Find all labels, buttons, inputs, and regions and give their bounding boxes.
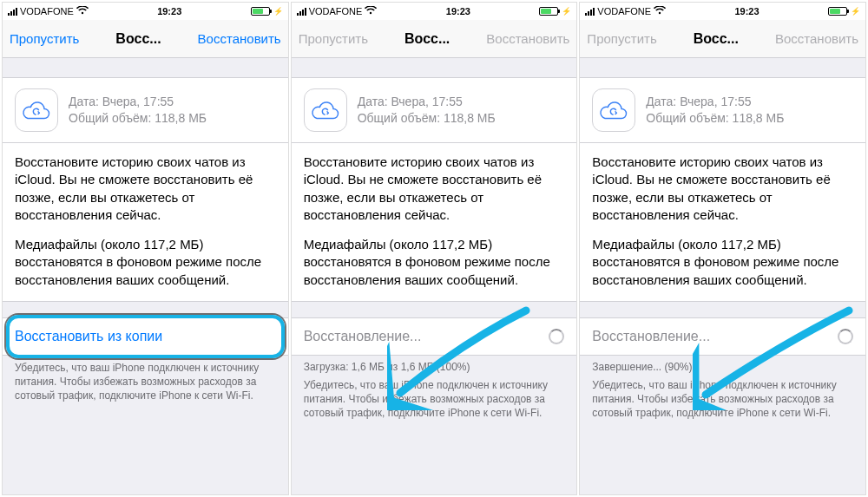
backup-size-label: Общий объём: xyxy=(646,111,728,125)
clock: 19:23 xyxy=(377,6,539,16)
description-p2: Медиафайлы (около 117,2 МБ) восстановятс… xyxy=(304,236,565,289)
skip-button: Пропустить xyxy=(299,31,368,46)
backup-info-card: Дата: Вчера, 17:55 Общий объём: 118,8 МБ xyxy=(292,77,577,143)
backup-date-value: Вчера, 17:55 xyxy=(102,95,174,108)
backup-size-value: 118,8 МБ xyxy=(733,111,785,125)
skip-button[interactable]: Пропустить xyxy=(10,31,79,46)
restore-action-label: Восстановление... xyxy=(592,329,710,344)
nav-title: Восс... xyxy=(404,31,450,47)
restore-action-label: Восстановление... xyxy=(304,329,422,344)
restore-action-label: Восстановить из копии xyxy=(15,329,162,344)
backup-size-value: 118,8 МБ xyxy=(444,111,496,125)
icloud-backup-icon xyxy=(592,88,635,132)
charging-icon: ⚡ xyxy=(273,7,283,16)
backup-date-value: Вчера, 17:55 xyxy=(391,95,462,108)
backup-date-label: Дата: xyxy=(358,95,388,108)
restore-button: Восстановить xyxy=(486,31,569,46)
restore-from-backup-button[interactable]: Восстановить из копии xyxy=(3,317,288,356)
nav-bar: Пропустить Восс... Восстановить xyxy=(292,20,577,58)
restore-button: Восстановить xyxy=(775,31,858,46)
backup-info-card: Дата: Вчера, 17:55 Общий объём: 118,8 МБ xyxy=(3,77,288,143)
battery-icon xyxy=(251,7,270,16)
description-p1: Восстановите историю своих чатов из iClo… xyxy=(592,154,853,224)
completion-progress-text: Завершение... (90%) xyxy=(580,356,865,373)
charging-icon: ⚡ xyxy=(562,7,571,16)
icloud-backup-icon xyxy=(15,88,58,132)
signal-icon xyxy=(297,7,306,16)
nav-title: Восс... xyxy=(694,31,739,47)
wifi-icon xyxy=(654,5,666,17)
description-p2: Медиафайлы (около 117,2 МБ) восстановятс… xyxy=(15,236,276,289)
backup-info-card: Дата: Вчера, 17:55 Общий объём: 118,8 МБ xyxy=(580,77,865,143)
carrier-label: VODAFONE xyxy=(20,6,74,16)
screen-1: VODAFONE 19:23 ⚡ Пропустить Восс... Восс… xyxy=(2,2,289,495)
backup-date-value: Вчера, 17:55 xyxy=(680,95,751,108)
footer-note: Убедитесь, что ваш iPhone подключен к ис… xyxy=(3,356,288,412)
description-p1: Восстановите историю своих чатов из iClo… xyxy=(304,154,565,224)
status-bar: VODAFONE 19:23 ⚡ xyxy=(3,3,288,20)
nav-title: Восс... xyxy=(115,31,161,47)
backup-size-label: Общий объём: xyxy=(69,111,151,125)
nav-bar: Пропустить Восс... Восстановить xyxy=(3,20,288,58)
backup-size-label: Общий объём: xyxy=(358,111,440,125)
footer-note: Убедитесь, что ваш iPhone подключен к ис… xyxy=(292,373,577,429)
backup-date-label: Дата: xyxy=(646,95,676,108)
description-block: Восстановите историю своих чатов из iClo… xyxy=(292,143,577,302)
footer-note: Убедитесь, что ваш iPhone подключен к ис… xyxy=(580,373,865,429)
restoring-status-row: Восстановление... xyxy=(580,317,865,356)
wifi-icon xyxy=(76,5,89,17)
battery-icon xyxy=(828,7,847,16)
description-p2: Медиафайлы (около 117,2 МБ) восстановятс… xyxy=(592,236,853,289)
skip-button: Пропустить xyxy=(587,31,656,46)
screen-2: VODAFONE 19:23 ⚡ Пропустить Восс... Восс… xyxy=(291,2,578,495)
spinner-icon xyxy=(549,329,564,344)
description-p1: Восстановите историю своих чатов из iClo… xyxy=(15,154,276,224)
battery-icon xyxy=(539,7,558,16)
download-progress-text: Загрузка: 1,6 МБ из 1,6 МБ (100%) xyxy=(292,356,577,373)
description-block: Восстановите историю своих чатов из iClo… xyxy=(3,143,288,302)
spinner-icon xyxy=(838,329,853,344)
wifi-icon xyxy=(365,5,377,17)
charging-icon: ⚡ xyxy=(851,7,860,16)
clock: 19:23 xyxy=(89,6,251,16)
signal-icon xyxy=(8,7,17,16)
carrier-label: VODAFONE xyxy=(597,6,651,16)
carrier-label: VODAFONE xyxy=(309,6,363,16)
description-block: Восстановите историю своих чатов из iClo… xyxy=(580,143,865,302)
restore-button[interactable]: Восстановить xyxy=(198,31,281,46)
screen-3: VODAFONE 19:23 ⚡ Пропустить Восс... Восс… xyxy=(579,2,866,495)
signal-icon xyxy=(585,7,595,16)
restoring-status-row: Восстановление... xyxy=(292,317,577,356)
status-bar: VODAFONE 19:23 ⚡ xyxy=(292,3,577,20)
clock: 19:23 xyxy=(666,6,828,16)
icloud-backup-icon xyxy=(304,88,347,132)
nav-bar: Пропустить Восс... Восстановить xyxy=(580,20,865,58)
backup-size-value: 118,8 МБ xyxy=(155,111,207,125)
backup-date-label: Дата: xyxy=(69,95,99,108)
status-bar: VODAFONE 19:23 ⚡ xyxy=(580,3,865,20)
